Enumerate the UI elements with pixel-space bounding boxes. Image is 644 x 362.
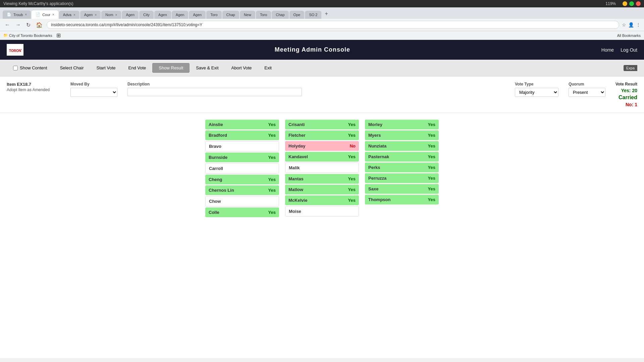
tab-agen5[interactable]: Agen xyxy=(189,11,206,19)
vote-row: FletcherYes xyxy=(285,130,359,140)
vote-row: MorleyYes xyxy=(365,120,439,129)
tab-toro2[interactable]: Toro xyxy=(256,11,271,19)
vote-member-name: Colle xyxy=(205,207,262,217)
title-bar-text: Viewing Kelly McCarthy's application(s) xyxy=(3,1,73,6)
tab-close-cour[interactable]: × xyxy=(52,13,54,16)
tab-close-troub[interactable]: × xyxy=(25,13,27,16)
tab-nom[interactable]: Nom × xyxy=(101,11,121,19)
vote-row: ChengYes xyxy=(205,175,279,184)
vote-row: SaxeYes xyxy=(365,184,439,194)
select-chair-button[interactable]: Select Chair xyxy=(54,63,90,73)
vote-member-name: Ainslie xyxy=(205,120,262,129)
moved-by-field: Moved By xyxy=(70,82,117,97)
bookmark-star-button[interactable]: ☆ xyxy=(622,22,626,27)
tab-close-adva[interactable]: × xyxy=(73,13,75,17)
vote-member-result xyxy=(342,166,359,170)
app-navigation: Home Log Out xyxy=(601,47,637,53)
vote-row: Moise xyxy=(285,206,359,217)
abort-vote-button[interactable]: Abort Vote xyxy=(225,63,258,73)
vote-member-result: Yes xyxy=(422,152,439,162)
vote-row: BradfordYes xyxy=(205,130,279,140)
tab-adva[interactable]: Adva × xyxy=(59,11,79,19)
description-input[interactable] xyxy=(127,88,302,96)
expand-panel-button[interactable]: Expa xyxy=(624,65,637,71)
tab-troub[interactable]: 📄 Troub × xyxy=(3,10,31,19)
save-exit-button[interactable]: Save & Exit xyxy=(190,63,225,73)
exit-button[interactable]: Exit xyxy=(258,63,278,73)
vote-row: Chernos LinYes xyxy=(205,185,279,195)
browser-chrome: Viewing Kelly McCarthy's application(s) … xyxy=(0,0,644,40)
reload-button[interactable]: ↻ xyxy=(25,21,32,29)
tab-agen3[interactable]: Agen xyxy=(154,11,171,19)
tab-chap2[interactable]: Chap xyxy=(272,11,288,19)
forward-button[interactable]: → xyxy=(14,21,22,28)
tab-agen1[interactable]: Agen × xyxy=(80,11,101,19)
tab-cour[interactable]: 📄 Cour × xyxy=(32,10,58,19)
quorum-select[interactable]: Present xyxy=(569,88,605,97)
vote-type-select[interactable]: Majority xyxy=(515,88,558,97)
logout-link[interactable]: Log Out xyxy=(621,47,637,53)
tab-so2[interactable]: SO 2 xyxy=(305,11,321,19)
tab-favicon-active: 📄 xyxy=(36,12,40,17)
back-button[interactable]: ← xyxy=(3,21,11,28)
tab-close-nom[interactable]: × xyxy=(115,13,117,17)
title-bar: Viewing Kelly McCarthy's application(s) … xyxy=(0,0,644,7)
end-vote-button[interactable]: End Vote xyxy=(122,63,153,73)
vote-grid-container: AinslieYesBradfordYesBravoBurnsideYesCar… xyxy=(0,113,644,224)
vote-row: NunziataYes xyxy=(365,141,439,151)
start-vote-button[interactable]: Start Vote xyxy=(90,63,122,73)
moved-by-select[interactable] xyxy=(70,88,117,97)
bookmark-toronto[interactable]: 📁 City of Toronto Bookmarks xyxy=(3,33,52,38)
vote-row: BurnsideYes xyxy=(205,153,279,162)
tab-close-agen1[interactable]: × xyxy=(95,13,97,17)
bookmark-grid-icon[interactable]: ⊞ xyxy=(56,32,61,39)
maximize-button[interactable] xyxy=(629,1,634,6)
yes-count: Yes: 20 xyxy=(621,88,637,93)
tab-ope[interactable]: Ope xyxy=(289,11,305,19)
vote-member-name: Bradford xyxy=(205,130,262,140)
tab-new[interactable]: New xyxy=(240,11,255,19)
description-label: Description xyxy=(127,82,505,86)
item-id: Item EX18.7 xyxy=(7,82,60,87)
vote-member-result: Yes xyxy=(422,195,439,204)
quorum-label: Quorum xyxy=(569,82,605,86)
home-button[interactable]: 🏠 xyxy=(35,21,44,29)
close-button[interactable] xyxy=(636,1,641,6)
vote-member-name: Myers xyxy=(365,130,422,140)
tab-agen2[interactable]: Agen xyxy=(122,11,139,19)
tab-chap1[interactable]: Chap xyxy=(222,11,239,19)
navigation-bar: ← → ↻ 🏠 ☆ 👤 ⋮ xyxy=(0,19,644,31)
vote-member-result: Yes xyxy=(342,174,359,184)
vote-member-name: Perks xyxy=(365,163,422,172)
new-tab-button[interactable]: + xyxy=(322,9,330,19)
toolbar: Show Content Select Chair Start Vote End… xyxy=(0,60,644,76)
show-content-checkbox[interactable] xyxy=(13,66,18,70)
user-profile-button[interactable]: 👤 xyxy=(628,22,634,27)
vote-row: PerksYes xyxy=(365,163,439,172)
home-link[interactable]: Home xyxy=(601,47,614,53)
tab-agen4[interactable]: Agen xyxy=(172,11,189,19)
bookmark-all[interactable]: All Bookmarks xyxy=(617,34,641,38)
vote-member-result: Yes xyxy=(262,130,279,140)
address-bar[interactable] xyxy=(47,21,619,29)
show-result-button[interactable]: Show Result xyxy=(152,63,190,73)
vote-row: CrisantiYes xyxy=(285,120,359,129)
vote-member-result: Yes xyxy=(342,130,359,140)
show-content-button[interactable]: Show Content xyxy=(7,63,54,73)
tab-city[interactable]: City xyxy=(139,11,154,19)
tab-toro1[interactable]: Toro xyxy=(206,11,221,19)
vote-member-name: Crisanti xyxy=(285,120,342,129)
browser-menu-button[interactable]: ⋮ xyxy=(636,22,641,27)
vote-member-result: Yes xyxy=(422,141,439,151)
vote-member-name: Cheng xyxy=(205,175,262,184)
vote-member-result: No xyxy=(342,141,359,151)
vote-member-name: Holyday xyxy=(285,141,342,151)
vote-member-name: Matlow xyxy=(285,185,342,194)
tab-favicon: 📄 xyxy=(7,12,11,17)
vote-row: MatlowYes xyxy=(285,185,359,194)
vote-member-name: Chernos Lin xyxy=(205,185,262,195)
vote-member-name: Perruzza xyxy=(365,173,422,183)
show-content-label: Show Content xyxy=(20,65,47,70)
minimize-button[interactable] xyxy=(623,1,627,6)
vote-columns: AinslieYesBradfordYesBravoBurnsideYesCar… xyxy=(205,120,439,217)
